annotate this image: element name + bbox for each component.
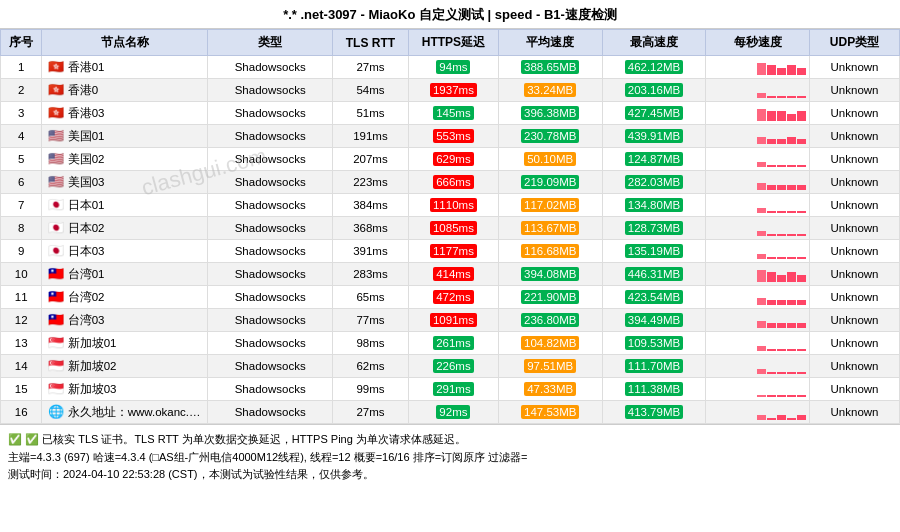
cell-max-speed: 427.45MB [602,102,706,125]
cell-type: Shadowsocks [208,401,332,424]
bar-segment [797,323,806,328]
cell-seq: 5 [1,148,42,171]
bar-segment [797,275,806,283]
table-row: 1🇭🇰 香港01Shadowsocks27ms94ms388.65MB462.1… [1,56,900,79]
cell-max-speed: 282.03MB [602,171,706,194]
bar-segment [767,234,776,237]
table-row: 4🇺🇸 美国01Shadowsocks191ms553ms230.78MB439… [1,125,900,148]
cell-max-speed: 423.54MB [602,286,706,309]
bar-segment [767,185,776,190]
cell-name: 🇸🇬 新加坡01 [42,332,208,355]
bar-segment [787,395,796,398]
bar-segment [777,234,786,237]
bar-segment [757,63,766,76]
cell-avg-speed: 236.80MB [498,309,602,332]
cell-https-delay: 261ms [408,332,498,355]
cell-seq: 16 [1,401,42,424]
bar-segment [757,162,766,167]
cell-type: Shadowsocks [208,286,332,309]
bar-segment [767,300,776,305]
table-row: 9🇯🇵 日本03Shadowsocks391ms1177ms116.68MB13… [1,240,900,263]
cell-tls-rtt: 223ms [332,171,408,194]
table-row: 6🇺🇸 美国03Shadowsocks223ms666ms219.09MB282… [1,171,900,194]
cell-seq: 13 [1,332,42,355]
col-header-tls: TLS RTT [332,30,408,56]
bar-segment [767,111,776,121]
bar-segment [767,257,776,260]
table-row: 3🇭🇰 香港03Shadowsocks51ms145ms396.38MB427.… [1,102,900,125]
cell-max-speed: 128.73MB [602,217,706,240]
cell-avg-speed: 147.53MB [498,401,602,424]
flag-icon: 🇺🇸 [48,128,64,143]
bar-segment [757,298,766,306]
bar-segment [767,323,776,328]
bar-segment [757,109,766,122]
cell-https-delay: 553ms [408,125,498,148]
cell-avg-speed: 219.09MB [498,171,602,194]
bar-segment [757,270,766,283]
table-row: 15🇸🇬 新加坡03Shadowsocks99ms291ms47.33MB111… [1,378,900,401]
cell-avg-speed: 104.82MB [498,332,602,355]
cell-speed-bar [706,286,810,309]
cell-https-delay: 1110ms [408,194,498,217]
footer-line1: ✅ ✅ 已核实 TLS 证书。TLS RTT 为单次数据交换延迟，HTTPS P… [8,431,892,449]
cell-type: Shadowsocks [208,217,332,240]
table-row: 2🇭🇰 香港0Shadowsocks54ms1937ms33.24MB203.1… [1,79,900,102]
bar-segment [787,300,796,305]
col-header-avg: 平均速度 [498,30,602,56]
cell-type: Shadowsocks [208,263,332,286]
flag-icon: 🇯🇵 [48,197,64,212]
cell-https-delay: 145ms [408,102,498,125]
cell-type: Shadowsocks [208,332,332,355]
cell-speed-bar [706,56,810,79]
cell-speed-bar [706,401,810,424]
cell-type: Shadowsocks [208,56,332,79]
cell-name: 🇭🇰 香港03 [42,102,208,125]
flag-icon: 🇯🇵 [48,243,64,258]
bar-segment [777,257,786,260]
cell-speed-bar [706,378,810,401]
cell-udp-type: Unknown [810,194,900,217]
bar-segment [797,111,806,121]
cell-udp-type: Unknown [810,355,900,378]
bar-segment [787,211,796,214]
cell-tls-rtt: 368ms [332,217,408,240]
cell-https-delay: 291ms [408,378,498,401]
cell-speed-bar [706,125,810,148]
cell-speed-bar [706,332,810,355]
bar-segment [767,372,776,375]
cell-udp-type: Unknown [810,401,900,424]
bar-segment [797,415,806,420]
bar-segment [777,111,786,121]
col-header-bar: 每秒速度 [706,30,810,56]
bar-segment [767,418,776,421]
cell-max-speed: 394.49MB [602,309,706,332]
bar-segment [787,372,796,375]
cell-seq: 3 [1,102,42,125]
bar-segment [767,165,776,168]
bar-segment [757,395,766,398]
cell-udp-type: Unknown [810,240,900,263]
bar-segment [787,234,796,237]
cell-tls-rtt: 54ms [332,79,408,102]
cell-max-speed: 111.38MB [602,378,706,401]
cell-avg-speed: 396.38MB [498,102,602,125]
cell-https-delay: 666ms [408,171,498,194]
cell-speed-bar [706,263,810,286]
bar-segment [757,231,766,236]
col-header-https: HTTPS延迟 [408,30,498,56]
bar-segment [777,68,786,76]
check-icon: ✅ [8,433,22,445]
bar-segment [777,185,786,190]
bar-segment [787,65,796,75]
cell-https-delay: 629ms [408,148,498,171]
cell-max-speed: 446.31MB [602,263,706,286]
cell-max-speed: 462.12MB [602,56,706,79]
cell-name: 🇭🇰 香港01 [42,56,208,79]
flag-icon: 🇹🇼 [48,266,64,281]
title-bar: *.* .net-3097 - MiaoKo 自定义测试 | speed - B… [0,0,900,29]
cell-https-delay: 1937ms [408,79,498,102]
cell-name: 🇺🇸 美国03 [42,171,208,194]
bar-segment [777,165,786,168]
table-header: 序号 节点名称 类型 TLS RTT HTTPS延迟 平均速度 最高速度 每秒速… [1,30,900,56]
